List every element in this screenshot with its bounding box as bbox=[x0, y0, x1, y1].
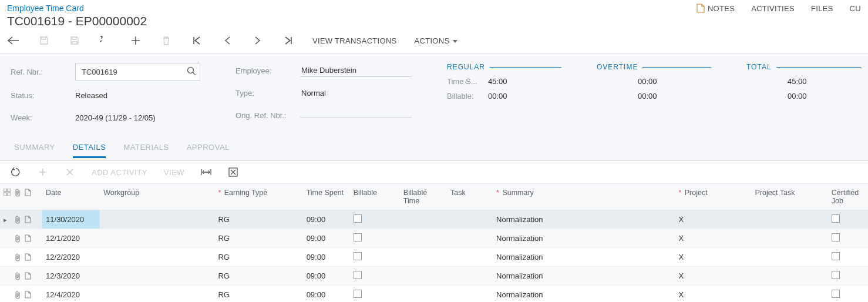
add-new-button[interactable] bbox=[129, 34, 142, 47]
cell-task[interactable] bbox=[447, 286, 493, 303]
cell-billable[interactable] bbox=[350, 210, 400, 229]
cell-time-spent[interactable]: 09:00 bbox=[303, 210, 350, 229]
cell-earning-type[interactable]: RG bbox=[214, 286, 302, 303]
row-attachment-icon[interactable] bbox=[11, 229, 21, 248]
cell-workgroup[interactable] bbox=[100, 229, 214, 248]
cell-billable-time[interactable] bbox=[400, 267, 447, 286]
cell-certified-job[interactable] bbox=[828, 267, 868, 286]
refresh-button[interactable] bbox=[11, 167, 21, 177]
search-icon[interactable] bbox=[187, 66, 196, 76]
cell-project[interactable]: X bbox=[675, 229, 751, 248]
cell-earning-type[interactable]: RG bbox=[214, 210, 302, 229]
cell-earning-type[interactable]: RG bbox=[214, 229, 302, 248]
cell-date[interactable]: 12/1/2020 bbox=[42, 229, 100, 248]
cell-project[interactable]: X bbox=[675, 248, 751, 267]
cell-project-task[interactable] bbox=[752, 286, 828, 303]
actions-menu[interactable]: ACTIONS bbox=[415, 36, 458, 45]
cell-billable-time[interactable] bbox=[400, 286, 447, 303]
row-note-icon[interactable] bbox=[21, 229, 32, 248]
cell-certified-job[interactable] bbox=[828, 229, 868, 248]
customize-action[interactable]: CU bbox=[850, 4, 861, 13]
next-record-button[interactable] bbox=[251, 34, 264, 47]
table-row[interactable]: 12/2/2020RG09:00NormalizationX bbox=[0, 248, 868, 267]
row-note-icon[interactable] bbox=[21, 267, 32, 286]
cell-summary[interactable]: Normalization bbox=[493, 267, 675, 286]
cell-billable[interactable] bbox=[350, 267, 400, 286]
cell-summary[interactable]: Normalization bbox=[493, 229, 675, 248]
undo-button[interactable] bbox=[99, 34, 112, 47]
table-row[interactable]: ▸11/30/2020RG09:00NormalizationX bbox=[0, 210, 868, 229]
row-attachment-icon[interactable] bbox=[11, 248, 21, 267]
tab-materials[interactable]: MATERIALS bbox=[123, 143, 169, 158]
checkbox[interactable] bbox=[832, 233, 840, 241]
row-note-icon[interactable] bbox=[21, 248, 32, 267]
cell-certified-job[interactable] bbox=[828, 248, 868, 267]
tab-summary[interactable]: SUMMARY bbox=[14, 143, 55, 158]
col-certified-job[interactable]: Certified Job bbox=[828, 184, 868, 210]
files-action[interactable]: FILES bbox=[811, 4, 833, 13]
checkbox[interactable] bbox=[354, 271, 362, 279]
col-project[interactable]: Project bbox=[675, 184, 751, 210]
checkbox[interactable] bbox=[832, 252, 840, 260]
col-workgroup[interactable]: Workgroup bbox=[100, 184, 214, 210]
cell-earning-type[interactable]: RG bbox=[214, 248, 302, 267]
cell-project-task[interactable] bbox=[752, 267, 828, 286]
cell-certified-job[interactable] bbox=[828, 286, 868, 303]
checkbox[interactable] bbox=[832, 214, 840, 223]
cell-billable-time[interactable] bbox=[400, 248, 447, 267]
cell-certified-job[interactable] bbox=[828, 210, 868, 229]
col-project-task[interactable]: Project Task bbox=[752, 184, 828, 210]
row-attachment-icon[interactable] bbox=[11, 210, 21, 229]
row-note-icon[interactable] bbox=[21, 286, 32, 303]
checkbox[interactable] bbox=[354, 290, 362, 298]
col-billable[interactable]: Billable bbox=[350, 184, 400, 210]
row-attachment-icon[interactable] bbox=[11, 286, 21, 303]
table-row[interactable]: 12/1/2020RG09:00NormalizationX bbox=[0, 229, 868, 248]
back-button[interactable] bbox=[7, 34, 20, 47]
cell-task[interactable] bbox=[447, 210, 493, 229]
cell-workgroup[interactable] bbox=[100, 210, 214, 229]
cell-workgroup[interactable] bbox=[100, 248, 214, 267]
prev-record-button[interactable] bbox=[221, 34, 234, 47]
cell-project[interactable]: X bbox=[675, 210, 751, 229]
checkbox[interactable] bbox=[354, 214, 362, 223]
fit-columns-button[interactable] bbox=[201, 167, 211, 177]
checkbox[interactable] bbox=[832, 271, 840, 279]
cell-time-spent[interactable]: 09:00 bbox=[303, 286, 350, 303]
view-transactions-button[interactable]: VIEW TRANSACTIONS bbox=[312, 36, 397, 45]
col-billable-time[interactable]: Billable Time bbox=[400, 184, 447, 210]
cell-time-spent[interactable]: 09:00 bbox=[303, 229, 350, 248]
cell-task[interactable] bbox=[447, 267, 493, 286]
cell-date[interactable]: 11/30/2020 bbox=[42, 210, 100, 229]
cell-project-task[interactable] bbox=[752, 229, 828, 248]
cell-workgroup[interactable] bbox=[100, 267, 214, 286]
col-date[interactable]: Date bbox=[42, 184, 100, 210]
activities-action[interactable]: ACTIVITIES bbox=[751, 4, 795, 13]
table-row[interactable]: 12/4/2020RG09:00NormalizationX bbox=[0, 286, 868, 303]
cell-workgroup[interactable] bbox=[100, 286, 214, 303]
ref-nbr-input[interactable]: TC001619 bbox=[75, 63, 200, 80]
cell-summary[interactable]: Normalization bbox=[493, 210, 675, 229]
row-note-icon[interactable] bbox=[21, 210, 32, 229]
col-attachment[interactable] bbox=[11, 184, 21, 210]
notes-action[interactable]: NOTES bbox=[697, 4, 735, 13]
export-excel-button[interactable] bbox=[228, 167, 238, 177]
cell-project[interactable]: X bbox=[675, 267, 751, 286]
cell-billable-time[interactable] bbox=[400, 210, 447, 229]
first-record-button[interactable] bbox=[190, 34, 203, 47]
cell-earning-type[interactable]: RG bbox=[214, 267, 302, 286]
cell-summary[interactable]: Normalization bbox=[493, 248, 675, 267]
cell-billable[interactable] bbox=[350, 229, 400, 248]
cell-date[interactable]: 12/3/2020 bbox=[42, 267, 100, 286]
col-time-spent[interactable]: Time Spent bbox=[303, 184, 350, 210]
cell-billable-time[interactable] bbox=[400, 229, 447, 248]
col-task[interactable]: Task bbox=[447, 184, 493, 210]
col-summary[interactable]: Summary bbox=[493, 184, 675, 210]
col-note[interactable] bbox=[21, 184, 32, 210]
cell-time-spent[interactable]: 09:00 bbox=[303, 267, 350, 286]
col-row-selector[interactable] bbox=[0, 184, 11, 210]
checkbox[interactable] bbox=[354, 233, 362, 241]
cell-project-task[interactable] bbox=[752, 248, 828, 267]
cell-date[interactable]: 12/2/2020 bbox=[42, 248, 100, 267]
cell-summary[interactable]: Normalization bbox=[493, 286, 675, 303]
